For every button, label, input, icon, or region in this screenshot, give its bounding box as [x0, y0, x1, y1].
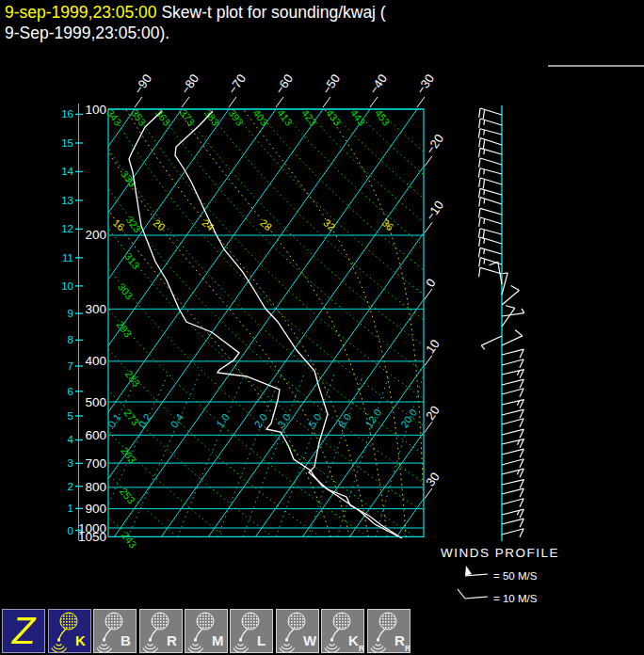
svg-text:11: 11	[62, 252, 73, 264]
balloon-sounding-icon: K	[49, 610, 90, 652]
toolbar: ZKBRMLWKRRR	[0, 609, 411, 655]
svg-text:303: 303	[116, 281, 136, 302]
svg-text:28: 28	[258, 216, 274, 232]
balloon-sounding-icon: RR	[368, 610, 410, 652]
svg-text:M: M	[212, 632, 224, 648]
svg-text:WINDS PROFILE: WINDS PROFILE	[441, 546, 559, 560]
svg-text:30: 30	[423, 470, 443, 488]
svg-text:8.0: 8.0	[336, 411, 354, 429]
svg-text:−50: −50	[319, 72, 343, 97]
svg-text:10: 10	[61, 280, 73, 292]
svg-text:403: 403	[250, 107, 270, 128]
svg-text:343: 343	[105, 107, 124, 128]
isotherm-lines	[0, 109, 644, 536]
svg-text:453: 453	[373, 107, 393, 128]
svg-text:4: 4	[68, 434, 74, 445]
skewt-plot-canvas: 2432532632732832933033133233333433533633…	[0, 0, 644, 608]
svg-text:1.0: 1.0	[214, 411, 232, 429]
svg-text:7: 7	[68, 360, 73, 372]
svg-text:−60: −60	[272, 72, 296, 97]
balloon-sounding-icon: M	[185, 610, 227, 652]
balloon-sounding-icon: B	[94, 610, 136, 652]
svg-text:3: 3	[68, 457, 73, 469]
svg-text:16: 16	[111, 216, 127, 232]
svg-text:14: 14	[61, 166, 73, 177]
svg-text:−10: −10	[423, 198, 446, 223]
svg-text:100: 100	[85, 103, 106, 117]
balloon-sounding-icon: KR	[322, 610, 363, 652]
toolbar-button-z-tool[interactable]: Z	[2, 609, 45, 653]
svg-text:W: W	[303, 632, 317, 648]
svg-text:L: L	[257, 632, 266, 648]
toolbar-button-sounding-rr[interactable]: RR	[367, 609, 411, 653]
svg-text:5.0: 5.0	[306, 411, 324, 429]
svg-text:= 50 M/S: = 50 M/S	[493, 570, 538, 582]
svg-text:400: 400	[85, 354, 106, 368]
svg-text:413: 413	[275, 107, 295, 128]
svg-text:R: R	[405, 644, 410, 652]
svg-text:263: 263	[119, 445, 138, 466]
svg-text:0: 0	[423, 276, 438, 290]
svg-text:0: 0	[68, 525, 73, 536]
pressure-axis: 10020030040050060070080090010001050	[78, 103, 106, 544]
toolbar-button-sounding-b[interactable]: B	[93, 609, 137, 653]
toolbar-button-sounding-r[interactable]: R	[139, 609, 183, 653]
title-timestamp: 9-sep-1999,23:05:00	[5, 3, 157, 22]
barb-10-icon	[465, 597, 488, 599]
svg-text:243: 243	[120, 530, 139, 551]
plot-title: 9-sep-1999,23:05:00 Skew-t plot for soun…	[5, 2, 494, 43]
toolbar-button-sounding-m[interactable]: M	[185, 609, 228, 653]
toolbar-button-sounding-w[interactable]: W	[276, 609, 319, 653]
svg-text:20.0: 20.0	[398, 407, 419, 429]
svg-text:5: 5	[68, 410, 73, 422]
z-tool-icon: Z	[3, 610, 44, 652]
svg-text:1050: 1050	[78, 530, 106, 544]
svg-text:−40: −40	[366, 72, 390, 97]
svg-text:−20: −20	[423, 132, 446, 157]
app-window: 9-sep-1999,23:05:00 Skew-t plot for soun…	[0, 0, 644, 655]
title-description: Skew-t plot for sounding/kwaj (	[157, 3, 386, 22]
svg-text:900: 900	[85, 502, 106, 516]
svg-text:B: B	[121, 632, 131, 648]
svg-text:6: 6	[68, 386, 73, 397]
svg-text:R: R	[394, 632, 405, 648]
svg-text:10: 10	[423, 337, 443, 356]
svg-text:Z: Z	[11, 610, 37, 651]
toolbar-button-sounding-k[interactable]: K	[48, 609, 91, 653]
svg-text:16: 16	[61, 108, 73, 120]
svg-text:800: 800	[85, 480, 106, 494]
toolbar-button-sounding-kr[interactable]: KR	[321, 609, 364, 653]
svg-text:300: 300	[85, 302, 106, 316]
svg-text:−70: −70	[225, 72, 249, 97]
svg-text:8: 8	[68, 334, 73, 345]
toolbar-button-sounding-l[interactable]: L	[230, 609, 273, 653]
svg-text:2: 2	[68, 481, 73, 492]
svg-text:1: 1	[68, 503, 73, 514]
svg-text:−80: −80	[178, 72, 201, 97]
svg-text:= 10 M/S: = 10 M/S	[493, 593, 538, 604]
svg-text:363: 363	[153, 107, 173, 128]
svg-text:32: 32	[321, 216, 337, 232]
svg-text:423: 423	[299, 107, 319, 128]
wind-legend: WINDS PROFILE= 50 M/S= 10 M/S= 5 M/S	[441, 546, 559, 608]
svg-text:K: K	[348, 632, 359, 648]
mixing-ratio-lines	[62, 375, 424, 537]
height-axis: 012345678910111213141516	[61, 104, 83, 540]
title-line2: 9-Sep-1999,23:05:00).	[5, 24, 169, 42]
svg-text:13: 13	[61, 195, 73, 206]
svg-text:20: 20	[423, 403, 443, 422]
svg-text:293: 293	[114, 319, 134, 340]
svg-text:20: 20	[152, 216, 168, 232]
svg-text:283: 283	[123, 368, 143, 389]
balloon-sounding-icon: W	[277, 610, 318, 652]
moist-adiabat-lines	[50, 109, 425, 536]
svg-text:15: 15	[61, 137, 73, 149]
svg-text:−30: −30	[413, 72, 437, 97]
svg-text:K: K	[75, 632, 86, 648]
flag-shape	[465, 566, 472, 576]
svg-text:700: 700	[85, 456, 106, 471]
svg-text:313: 313	[122, 250, 142, 271]
svg-text:9: 9	[68, 308, 73, 319]
svg-text:200: 200	[85, 228, 106, 242]
svg-text:R: R	[167, 632, 177, 648]
